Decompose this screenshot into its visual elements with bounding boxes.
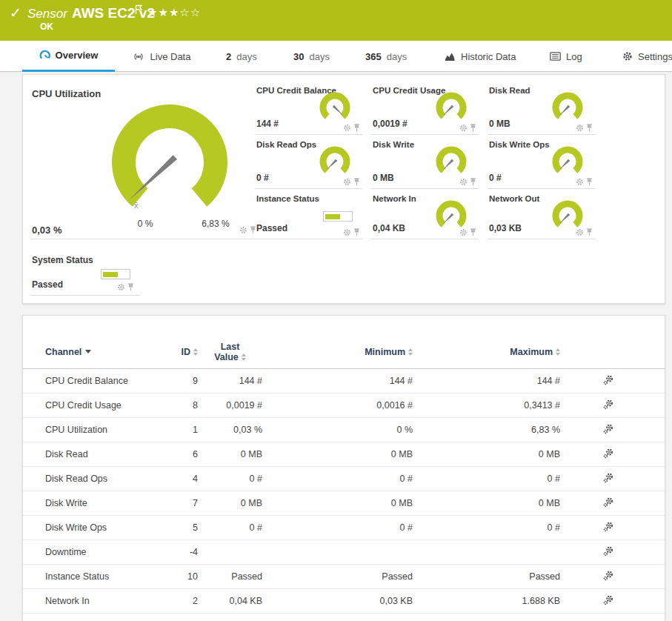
gauge-cpu-credit-usage: CPU Credit Usage 0,0019 # [371, 81, 479, 135]
table-row: Disk Read Ops 4 0 # 0 # 0 # [23, 467, 665, 491]
status-bar [323, 211, 353, 222]
gauge-arc [319, 92, 351, 123]
pin-icon[interactable] [586, 228, 593, 236]
channel-gear-icon[interactable] [576, 178, 584, 186]
log-icon [550, 52, 561, 61]
gauge-scale-max: 6,83 % [186, 219, 245, 229]
tab-log[interactable]: Log [550, 41, 582, 72]
channel-settings-icon[interactable] [603, 424, 613, 434]
pin-icon[interactable] [470, 178, 476, 186]
gauge-arc [435, 146, 468, 177]
channel-settings-icon[interactable] [603, 473, 613, 483]
channel-settings-icon[interactable] [603, 399, 613, 410]
maximum-value: Passed [413, 571, 560, 582]
pin-icon[interactable] [586, 178, 593, 186]
channel-name: Disk Read [45, 449, 168, 459]
channel-settings-icon[interactable] [603, 522, 613, 532]
channel-id: 8 [168, 400, 198, 411]
maximum-value: 1.688 KB [413, 596, 560, 606]
pin-icon[interactable] [353, 124, 360, 132]
channel-settings-icon[interactable] [603, 571, 613, 581]
gauge-value: 0 # [489, 173, 502, 183]
sensor-kind-label: Sensor [27, 7, 67, 21]
channel-id: 10 [168, 571, 198, 582]
channel-id: 5 [168, 522, 198, 533]
tab-number: 365 [365, 51, 382, 62]
channel-name: CPU Credit Balance [45, 376, 168, 386]
tab-30-days[interactable]: 30 days [293, 41, 330, 72]
last-value: 0,03 % [198, 425, 262, 435]
channel-gear-icon[interactable] [239, 226, 247, 234]
gauge-title: Disk Read [489, 86, 530, 95]
channel-gear-icon[interactable] [343, 228, 351, 236]
channel-table: Channel ID LastValue Minimum Maximum CPU… [22, 315, 665, 621]
channel-id: 7 [168, 498, 198, 508]
gauge-arc [551, 200, 584, 231]
chart-icon [445, 52, 456, 62]
col-header-minimum[interactable]: Minimum [262, 347, 413, 357]
minimum-value: 0,03 KB [262, 596, 413, 606]
tab-live-data[interactable]: Live Data [126, 41, 196, 72]
channel-gear-icon[interactable] [576, 124, 584, 132]
tab-overview[interactable]: Overview [22, 41, 115, 72]
minimum-value: 0 MB [262, 498, 413, 508]
pin-icon[interactable] [353, 178, 360, 186]
gear-icon [622, 51, 633, 62]
tab-historic-data[interactable]: Historic Data [445, 41, 516, 72]
pin-icon[interactable] [586, 124, 593, 132]
channel-gear-icon[interactable] [459, 178, 468, 186]
channel-settings-icon[interactable] [603, 448, 613, 459]
tab-label: Settings [638, 51, 672, 62]
tab-label: days [309, 51, 329, 62]
gauge-network-out: Network Out 0,03 KB [488, 189, 595, 239]
minimum-value: 0 # [262, 474, 413, 484]
col-header-maximum[interactable]: Maximum [413, 347, 560, 357]
priority-stars[interactable]: ★★★☆☆ [147, 6, 201, 19]
gauge-title: System Status [32, 255, 93, 265]
pin-icon[interactable] [353, 228, 360, 236]
pin-icon[interactable] [470, 228, 476, 236]
channel-gear-icon[interactable] [576, 228, 584, 236]
table-header-row: Channel ID LastValue Minimum Maximum [23, 335, 665, 369]
channel-gear-icon[interactable] [117, 283, 125, 291]
status-bar [101, 269, 130, 279]
tab-2-days[interactable]: 2 days [226, 41, 257, 72]
tab-bar: Overview Live Data 2 days 30 days 365 da… [0, 41, 672, 72]
tab-label: Overview [56, 50, 99, 61]
channel-settings-icon[interactable] [603, 546, 613, 557]
maximum-value: 6,83 % [413, 425, 560, 435]
channel-gear-icon[interactable] [459, 124, 468, 132]
channel-settings-icon[interactable] [603, 375, 613, 385]
channel-settings-icon[interactable] [603, 595, 613, 605]
channel-settings-icon[interactable] [603, 497, 613, 508]
maximum-value: 0 MB [413, 498, 560, 508]
tab-365-days[interactable]: 365 days [365, 41, 407, 72]
channel-id: 6 [168, 449, 198, 459]
channel-name: Instance Status [45, 571, 168, 582]
table-row: Disk Write Ops 5 0 # 0 # 0 # [23, 516, 665, 540]
tab-settings[interactable]: Settings [622, 41, 672, 72]
gauge-value: 144 # [256, 119, 279, 129]
gauge-system-status: System Status Passed [30, 250, 140, 296]
col-header-last-value[interactable]: LastValue [198, 342, 262, 362]
channel-id: 1 [168, 425, 198, 435]
gauge-cpu-credit-balance: CPU Credit Balance 144 # [255, 81, 362, 135]
col-header-channel[interactable]: Channel [45, 347, 168, 357]
table-row: Disk Write 7 0 MB 0 MB 0 MB [23, 491, 665, 516]
pin-icon[interactable] [127, 283, 134, 291]
channel-gear-icon[interactable] [343, 178, 351, 186]
sort-icon [556, 348, 560, 356]
minimum-value: 0,0016 # [262, 400, 413, 411]
gauge-value: 0 MB [489, 119, 510, 129]
pin-icon[interactable] [470, 124, 476, 132]
channel-gear-icon[interactable] [459, 228, 468, 236]
last-value: Passed [198, 571, 262, 582]
channel-name: CPU Credit Usage [45, 400, 168, 411]
col-header-id[interactable]: ID [168, 347, 198, 357]
channel-gear-icon[interactable] [343, 124, 351, 132]
priority-flag-icon[interactable] [135, 4, 143, 18]
maximum-value: 0 # [413, 522, 560, 533]
channel-name: Disk Write Ops [45, 522, 168, 533]
table-row: CPU Utilization 1 0,03 % 0 % 6,83 % [23, 418, 665, 442]
gauge-disk-write: Disk Write 0 MB [371, 135, 479, 189]
